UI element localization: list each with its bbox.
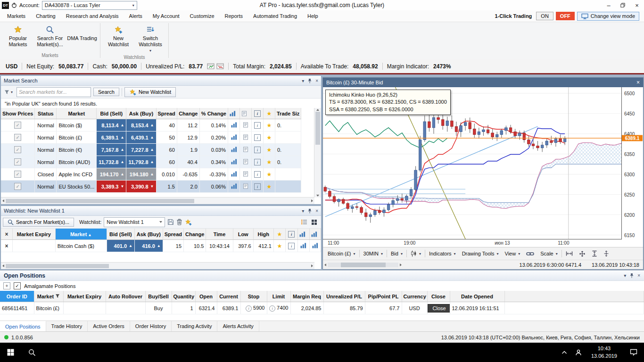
op-col-buy-sell[interactable]: Buy/Sell (145, 291, 172, 302)
list-view-icon[interactable] (301, 219, 307, 225)
info-icon[interactable]: i (254, 122, 261, 129)
ms-col-spread[interactable]: Spread (156, 108, 177, 119)
start-button[interactable] (0, 343, 21, 362)
op-col-market[interactable]: Market (34, 291, 63, 302)
news-icon[interactable] (243, 134, 248, 140)
star-icon[interactable]: ★ (277, 243, 282, 249)
chart-icon[interactable] (231, 122, 237, 128)
notifications-icon[interactable] (623, 343, 644, 362)
show-prices-checkbox[interactable]: ✓ (14, 158, 21, 165)
power-icon[interactable] (11, 2, 17, 8)
op-col-currency[interactable]: Currency (402, 291, 427, 302)
pin-icon[interactable] (307, 78, 312, 83)
filter-button[interactable]: ▾ (3, 89, 14, 96)
op-col-market-expiry[interactable]: Market Expiry (63, 291, 106, 302)
ribbon-switch-watchlists-button[interactable]: Switch Watchlists▾ (134, 23, 166, 54)
close-icon[interactable]: × (636, 79, 640, 86)
menu-item-my-account[interactable]: My Account (148, 11, 185, 21)
position-row[interactable]: 685611451Bitcoin (£)Buy16321.46389.1i590… (0, 302, 644, 314)
chart-icon[interactable] (300, 243, 306, 248)
watchlist-dropdown[interactable]: New Watchlist 1 (104, 217, 165, 227)
scroll-left-icon[interactable] (2, 264, 4, 267)
user-tray-icon[interactable] (571, 343, 586, 362)
search-button[interactable]: Search (93, 88, 119, 96)
scrollbar-thumb[interactable] (341, 263, 386, 267)
op-col-margin-req[interactable]: Margin Req (290, 291, 323, 302)
wl-col-high[interactable]: High (253, 229, 273, 240)
scroll-right-icon[interactable] (400, 263, 402, 266)
positions-window-icon[interactable] (207, 63, 215, 69)
close-icon[interactable]: × (637, 273, 640, 278)
ask-price-button[interactable]: 8,153.4▲ (126, 119, 156, 131)
ms-col-trade-size[interactable]: Trade Siz (275, 108, 301, 119)
chart-plot-area[interactable]: Ichimoku Kinko Huo (9,26,52) TS = 6378.3… (323, 87, 622, 239)
wl-col-market[interactable]: Market▲ (55, 229, 107, 240)
chart-icon[interactable] (231, 183, 237, 189)
tray-chevron-icon[interactable] (557, 343, 571, 362)
wl-col-ask-buy[interactable]: Ask (Buy) (134, 229, 163, 240)
show-prices-checkbox[interactable]: ✓ (14, 134, 21, 141)
new-watchlist-button[interactable]: New Watchlist (124, 87, 176, 97)
scroll-left-icon[interactable] (324, 263, 326, 266)
scrollbar-thumb[interactable] (315, 112, 320, 145)
bid-price-button[interactable]: 7,167.8▲ (97, 144, 126, 156)
op-col-current[interactable]: Current (217, 291, 240, 302)
watchlist-row[interactable]: ×Bitcoin Cash ($)401.0▲416.0▲1510.510:43… (1, 240, 321, 252)
menu-item-reports[interactable]: Reports (220, 11, 248, 21)
bid-price-button[interactable]: 11,732.8▲ (97, 156, 126, 168)
price-type-dropdown[interactable]: Bid▾ (388, 249, 405, 258)
ask-price-button[interactable]: 416.0▲ (135, 240, 163, 252)
scroll-down-icon[interactable] (316, 195, 319, 197)
op-col-quantity[interactable]: Quantity (172, 291, 195, 302)
bid-price-button[interactable]: 6,389.1▲ (97, 132, 126, 143)
wl-col-remove[interactable]: × (1, 229, 13, 240)
star-icon[interactable]: ★ (267, 147, 272, 153)
new-watchlist-icon[interactable] (185, 219, 192, 226)
close-button[interactable]: × (630, 0, 644, 10)
menu-item-alerts[interactable]: Alerts (124, 11, 148, 21)
ask-price-button[interactable]: 11,792.8▲ (126, 156, 156, 168)
ms-col-pct-change[interactable]: % Change (199, 108, 228, 119)
watchlist-search-button[interactable]: Search For Market(s)... (3, 218, 74, 227)
bid-price-button[interactable]: 8,113.4▲ (97, 119, 126, 131)
amalgamate-checkbox[interactable]: ✓ (14, 282, 21, 289)
ms-col-status[interactable]: Status (35, 108, 57, 119)
pin-icon[interactable] (307, 208, 312, 214)
scroll-left-icon[interactable] (2, 199, 4, 202)
info-icon[interactable]: i (254, 134, 261, 141)
chart-icon[interactable] (231, 134, 237, 140)
wl-col-chart-icon-2[interactable] (310, 229, 321, 240)
op-col-pip-point-pl[interactable]: Pip/Point PL (365, 291, 402, 302)
info-icon[interactable]: i (254, 171, 261, 178)
wl-col-market-expiry[interactable]: Market Expiry (13, 229, 55, 240)
ms-col-chart-icon[interactable] (228, 108, 240, 119)
ms-col-change[interactable]: Change (177, 108, 199, 119)
wl-col-low[interactable]: Low (233, 229, 253, 240)
scale-vertical-icon[interactable] (589, 249, 600, 258)
op-col-date-opened[interactable]: Date Opened (450, 291, 504, 302)
price-axis[interactable]: 650064506400635063006250620061506389.1 (622, 87, 643, 239)
delete-watchlist-icon[interactable] (176, 219, 182, 225)
horizontal-scrollbar[interactable] (1, 262, 314, 269)
indicators-dropdown[interactable]: Indicators▾ (426, 249, 459, 258)
chart-icon[interactable] (231, 171, 237, 177)
news-icon[interactable] (243, 122, 248, 128)
ms-col-show-prices[interactable]: Show Prices (1, 108, 35, 119)
ms-col-star-icon[interactable]: ★ (264, 108, 275, 119)
wl-col-change[interactable]: Change (184, 229, 206, 240)
collapse-icon[interactable]: ▾ (624, 273, 626, 278)
bid-price-button[interactable]: 3,389.3▼ (97, 181, 126, 192)
menu-item-help[interactable]: Help (302, 11, 323, 21)
chart-icon[interactable] (231, 159, 237, 165)
scrollbar-thumb[interactable] (6, 264, 109, 268)
change-view-mode-button[interactable]: Change view mode (577, 12, 639, 21)
wl-col-star-icon[interactable]: ★ (273, 229, 285, 240)
close-icon[interactable]: × (315, 208, 318, 214)
bid-price-button[interactable]: 194.170▲ (97, 168, 126, 180)
filter-icon[interactable] (55, 294, 60, 298)
chart-scrollbar[interactable] (328, 263, 398, 267)
vertical-scrollbar[interactable] (314, 108, 321, 197)
menu-item-research-and-analysis[interactable]: Research and Analysis (61, 11, 124, 21)
scale-horizontal-icon[interactable] (563, 249, 576, 258)
market-row[interactable]: ✓NormalEU Stocks 50...3,389.3▼3,390.8▼1.… (1, 181, 301, 193)
